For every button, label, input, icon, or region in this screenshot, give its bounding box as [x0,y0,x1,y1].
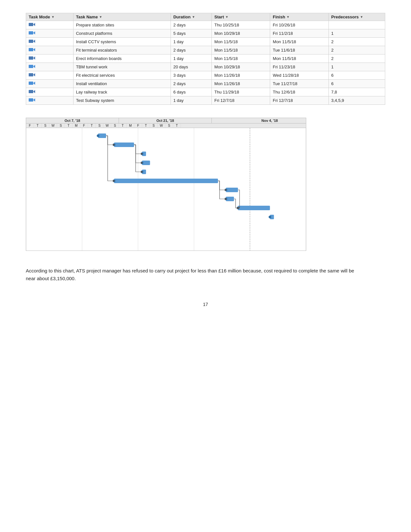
finish-cell: Fri 11/23/18 [270,63,328,71]
gantt-day-cell: T [88,123,96,128]
start-cell: Thu 10/25/18 [212,21,270,29]
pred-cell: 2 [328,54,385,63]
table-row: Prepare station sites2 daysThu 10/25/18F… [26,21,385,29]
sort-arrow-start: ▼ [225,15,229,19]
table-row: Test Subway system1 dayFri 12/7/18Fri 12… [26,96,385,105]
task-mode-cell [26,63,73,71]
svg-rect-16 [29,90,33,93]
col-header-task-mode[interactable]: Task Mode ▼ [26,13,73,21]
table-row: Erect information boards1 dayMon 11/5/18… [26,54,385,63]
svg-rect-2 [29,31,33,34]
duration-cell: 6 days [171,88,211,96]
col-header-task-name[interactable]: Task Name ▼ [73,13,171,21]
svg-rect-4 [29,40,33,43]
sort-arrow-task-mode: ▼ [51,15,54,19]
gantt-days-row: FTSWSTMFTSWSTMFTSWST [26,123,306,128]
start-cell: Thu 11/29/18 [212,88,270,96]
table-row: Install ventilation2 daysMon 11/26/18Tue… [26,80,385,88]
svg-marker-15 [33,82,35,85]
task-mode-cell [26,54,73,63]
gantt-day-cell: S [111,123,119,128]
gantt-day-cell: T [173,123,181,128]
svg-marker-9 [33,56,35,60]
svg-marker-3 [33,31,35,34]
gantt-day-cell: F [26,123,34,128]
sort-arrow-finish: ▼ [287,15,290,19]
col-header-duration[interactable]: Duration ▼ [171,13,211,21]
table-row: TBM tunnel work20 daysMon 10/29/18Fri 11… [26,63,385,71]
pred-cell: 7,8 [328,88,385,96]
svg-marker-17 [33,90,35,93]
duration-cell: 1 day [171,54,211,63]
col-header-predecessors[interactable]: Predecessors ▼ [328,13,385,21]
task-mode-cell [26,80,73,88]
table-row: Install CCTV systems1 dayMon 11/5/18Mon … [26,38,385,46]
duration-cell: 2 days [171,21,211,29]
page-number: 17 [26,302,385,307]
gantt-day-cell: S [165,123,173,128]
svg-marker-13 [33,73,35,76]
finish-cell: Thu 12/6/18 [270,88,328,96]
pred-cell: 1 [328,29,385,38]
svg-rect-37 [114,179,218,183]
duration-cell: 20 days [171,63,211,71]
duration-cell: 2 days [171,46,211,54]
start-cell: Mon 11/5/18 [212,38,270,46]
finish-cell: Tue 11/6/18 [270,46,328,54]
pred-cell: 1 [328,63,385,71]
finish-cell: Fri 10/26/18 [270,21,328,29]
task-name-cell: Fit electrical services [73,71,171,80]
col-header-start[interactable]: Start ▼ [212,13,270,21]
gantt-day-cell: T [142,123,150,128]
pred-cell: 2 [328,38,385,46]
svg-rect-10 [29,65,33,68]
gantt-date-group: Oct 21, '18 [119,118,212,123]
svg-marker-1 [33,23,35,26]
gantt-date-group: Nov 4, '18 [212,118,306,123]
col-header-finish[interactable]: Finish ▼ [270,13,328,21]
task-name-cell: Install CCTV systems [73,38,171,46]
pred-cell: 6 [328,71,385,80]
task-name-cell: TBM tunnel work [73,63,171,71]
gantt-body [26,128,306,251]
table-row: Fit terminal escalators2 daysMon 11/5/18… [26,46,385,54]
gantt-day-cell: T [34,123,42,128]
start-cell: Mon 11/5/18 [212,46,270,54]
duration-cell: 1 day [171,96,211,105]
gantt-day-cell: S [150,123,158,128]
svg-rect-8 [29,56,33,60]
task-mode-cell [26,96,73,105]
svg-point-28 [97,134,99,137]
task-name-cell: Erect information boards [73,54,171,63]
gantt-day-cell: F [134,123,142,128]
svg-marker-11 [33,65,35,68]
start-cell: Fri 12/7/18 [212,96,270,105]
gantt-day-cell: F [80,123,88,128]
finish-cell: Mon 11/5/18 [270,54,328,63]
body-text: According to this chart, ATS project man… [26,267,364,282]
task-table: Task Mode ▼ Task Name ▼ Duration ▼ [26,13,385,105]
gantt-day-cell: M [127,123,134,128]
start-cell: Mon 10/29/18 [212,29,270,38]
gantt-day-cell: S [42,123,49,128]
svg-marker-19 [33,98,35,102]
gantt-day-cell: S [57,123,65,128]
svg-marker-7 [33,48,35,51]
task-mode-cell [26,21,73,29]
gantt-svg [26,128,306,251]
sort-arrow-task-name: ▼ [99,15,102,19]
table-row: Fit electrical services3 daysMon 11/26/1… [26,71,385,80]
task-name-cell: Test Subway system [73,96,171,105]
gantt-day-cell: W [103,123,111,128]
duration-cell: 1 day [171,38,211,46]
duration-cell: 5 days [171,29,211,38]
pred-cell: 6 [328,80,385,88]
gantt-day-cell: T [65,123,73,128]
table-section: Task Mode ▼ Task Name ▼ Duration ▼ [26,13,385,105]
svg-rect-6 [29,48,33,51]
svg-rect-39 [226,188,238,192]
duration-cell: 2 days [171,80,211,88]
svg-rect-18 [29,98,33,102]
pred-cell: 2 [328,46,385,54]
task-name-cell: Lay railway track [73,88,171,96]
